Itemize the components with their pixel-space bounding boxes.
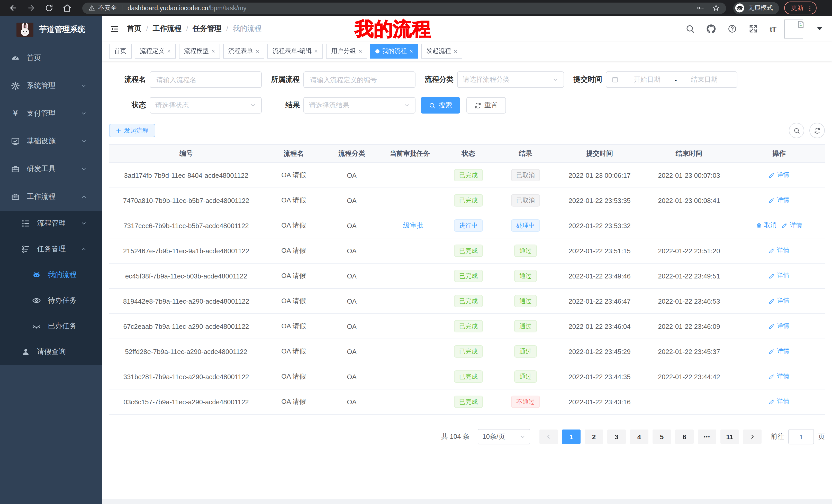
detail-link[interactable]: 详情 [769,347,789,356]
end-time: 2022-01-23 00:07:03 [645,171,733,179]
breadcrumb-item[interactable]: 任务管理 [193,24,222,33]
page-button-3[interactable]: 3 [607,429,626,444]
end-date-placeholder[interactable]: 结束日期 [677,75,732,84]
close-icon[interactable]: × [211,48,215,55]
sidebar-collapse-icon[interactable] [109,24,119,34]
page-button-2[interactable]: 2 [585,429,603,444]
address-bar[interactable]: 不安全 dashboard.yudao.iocoder.cn /bpm/task… [82,2,726,13]
detail-label: 详情 [777,246,789,255]
status-select[interactable]: 请选择状态 [150,97,262,114]
tab-process-model[interactable]: 流程模型× [179,44,220,59]
sidebar-item-done-tasks[interactable]: 已办任务 [0,313,102,339]
bookmark-star-icon[interactable] [712,4,720,12]
detail-label: 详情 [777,272,789,280]
submit-time-range-picker[interactable]: 开始日期 - 结束日期 [606,72,737,88]
sidebar-item-todo-tasks[interactable]: 待办任务 [0,288,102,313]
start-process-button[interactable]: 发起流程 [109,124,155,137]
page-button-1[interactable]: 1 [562,429,580,444]
refresh-table-button[interactable] [809,123,825,138]
tab-process-definition[interactable]: 流程定义× [135,44,176,59]
process-def-input[interactable] [303,72,415,88]
pager-ellipsis[interactable]: ••• [698,429,716,444]
detail-link[interactable]: 详情 [769,297,789,305]
process-def-input-field[interactable] [309,75,410,84]
page-button-5[interactable]: 5 [653,429,671,444]
back-icon[interactable] [9,4,18,12]
sidebar-item-payment[interactable]: ¥支付管理 [0,100,102,128]
submit-time: 2022-01-22 23:46:47 [554,297,645,305]
reload-icon[interactable] [45,4,53,12]
result-select[interactable]: 请选择流结果 [303,97,415,114]
github-icon[interactable] [706,24,716,33]
sidebar-item-task-mgmt[interactable]: 任务管理 [0,236,102,262]
current-task-link[interactable]: 一级审批 [396,221,423,229]
sidebar-item-devtools[interactable]: 研发工具 [0,155,102,183]
close-icon[interactable]: × [409,48,413,55]
sidebar-item-system[interactable]: 系统管理 [0,72,102,100]
sidebar-item-leave-query[interactable]: 请假查询 [0,339,102,365]
detail-link[interactable]: 详情 [769,397,789,406]
help-icon[interactable] [728,24,737,33]
process-name: OA 请假 [263,397,324,407]
tab-start-process[interactable]: 发起流程× [421,44,462,59]
page-size-select[interactable]: 10条/页 [478,429,530,444]
prev-page-button[interactable] [539,429,558,444]
toolbox-icon [11,192,20,201]
update-label: 更新 [791,4,804,12]
process-name-input-field[interactable] [155,75,256,84]
breadcrumb-item[interactable]: 首页 [127,24,141,33]
toggle-search-button[interactable] [789,123,804,138]
user-avatar[interactable] [784,19,803,38]
tab-process-form-edit[interactable]: 流程表单-编辑× [267,44,323,59]
close-icon[interactable]: × [256,48,259,55]
detail-link[interactable]: 详情 [769,196,789,205]
next-page-button[interactable] [743,429,761,444]
start-date-placeholder[interactable]: 开始日期 [620,75,675,84]
detail-link[interactable]: 详情 [769,272,789,280]
browser-menu-dots-icon[interactable] [806,4,813,11]
cancel-link[interactable]: 取消 [756,221,777,230]
tab-user-group[interactable]: 用户分组× [326,44,367,59]
detail-link[interactable]: 详情 [769,246,789,255]
close-icon[interactable]: × [453,48,457,55]
detail-link[interactable]: 详情 [769,171,789,179]
browser-update-button[interactable]: 更新 [784,2,816,15]
category-select[interactable]: 请选择流程分类 [457,72,564,88]
close-icon[interactable]: × [314,48,318,55]
sidebar-item-my-process[interactable]: 我的流程 [0,262,102,288]
home-icon[interactable] [63,4,72,12]
tab-my-process[interactable]: 我的流程× [370,44,418,59]
breadcrumb-item[interactable]: 工作流程 [153,24,182,33]
search-button[interactable]: 搜索 [421,97,460,114]
fullscreen-icon[interactable] [749,24,758,33]
sidebar-item-infrastructure[interactable]: 基础设施 [0,128,102,155]
result-cell: 已取消 [497,169,554,181]
status-badge: 已完成 [454,295,483,307]
tab-label: 我的流程 [382,47,407,55]
detail-link[interactable]: 详情 [769,372,789,381]
goto-page-input[interactable] [788,429,814,444]
process-name-input[interactable] [150,72,262,88]
detail-link[interactable]: 详情 [769,322,789,331]
forward-icon[interactable] [27,4,35,12]
user-caret-down-icon[interactable] [815,24,824,33]
detail-link[interactable]: 详情 [782,221,802,230]
font-size-icon[interactable]: tT [770,24,776,33]
sidebar-item-workflow[interactable]: 工作流程 [0,183,102,211]
search-icon[interactable] [685,24,695,33]
result-cell: 处理中 [497,219,554,232]
sidebar-item-label: 待办任务 [48,296,77,305]
password-key-icon[interactable] [696,4,704,12]
process-id: 67c2eaab-7b9a-11ec-a290-acde48001122 [109,323,263,330]
page-button-11[interactable]: 11 [721,429,739,444]
tab-process-form[interactable]: 流程表单× [223,44,264,59]
close-icon[interactable]: × [167,48,171,55]
tab-home[interactable]: 首页 [109,44,132,59]
close-icon[interactable]: × [358,48,362,55]
sidebar-item-home[interactable]: 首页 [0,44,102,72]
reset-button[interactable]: 重置 [466,97,506,114]
page-button-4[interactable]: 4 [630,429,648,444]
sidebar-item-process-mgmt[interactable]: 流程管理 [0,211,102,236]
incognito-label: 无痕模式 [748,4,773,12]
page-button-6[interactable]: 6 [675,429,694,444]
